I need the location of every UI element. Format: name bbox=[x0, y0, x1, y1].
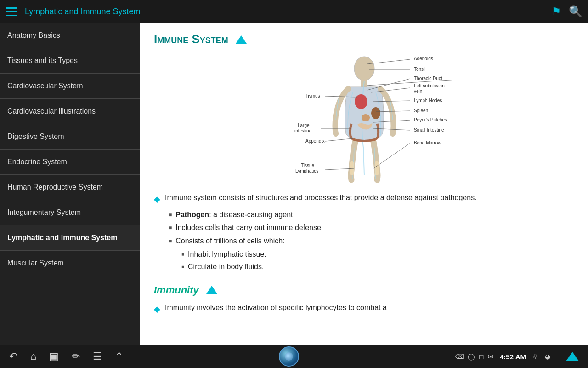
svg-line-10 bbox=[368, 59, 410, 64]
sub-sub-text-2: Circulate in body fluids. bbox=[188, 261, 264, 273]
sub-sub-sq-1: ■ bbox=[181, 251, 184, 258]
collapse-arrow-immune[interactable] bbox=[236, 35, 247, 44]
main-layout: Anatomy BasicsTissues and its TypesCardi… bbox=[0, 23, 588, 345]
sub-sub-text-1: Inhabit lymphatic tissue. bbox=[188, 248, 266, 260]
scroll-top-arrow[interactable] bbox=[566, 352, 579, 361]
sub-bullet-2-text: Includes cells that carry out immune def… bbox=[175, 222, 323, 234]
bottom-right-status: ⌫ ◯ ◻ ✉ 4:52 AM ♧ ◕ bbox=[455, 352, 579, 361]
overview-icon[interactable]: ▣ bbox=[49, 351, 59, 362]
page-title: Lymphatic and Immune System bbox=[25, 7, 551, 17]
menu-icon[interactable]: ☰ bbox=[93, 351, 102, 362]
svg-text:Left subclavian: Left subclavian bbox=[414, 83, 445, 88]
grid-icon[interactable]: ✏ bbox=[72, 351, 80, 362]
sidebar-item-6[interactable]: Human Reproductive System bbox=[0, 175, 140, 200]
sub-bullet-3-text: Consists of trillions of cells which: bbox=[175, 235, 284, 247]
sidebar: Anatomy BasicsTissues and its TypesCardi… bbox=[0, 23, 140, 345]
bottom-bar: ↶ ⌂ ▣ ✏ ☰ ⌃ ⌫ ◯ ◻ ✉ 4:52 AM ♧ ◕ bbox=[0, 345, 588, 368]
svg-text:Large: Large bbox=[298, 123, 310, 128]
bookmark-icon[interactable]: ⚑ bbox=[551, 5, 561, 18]
svg-text:Thoracic Duct: Thoracic Duct bbox=[414, 76, 442, 81]
svg-line-34 bbox=[373, 143, 410, 168]
time-display: 4:52 AM bbox=[500, 353, 526, 361]
svg-text:Bone Marrow: Bone Marrow bbox=[414, 140, 441, 145]
status-icons: ⌫ ◯ ◻ ✉ bbox=[455, 353, 493, 360]
sidebar-item-1[interactable]: Tissues and its Types bbox=[0, 48, 140, 74]
svg-text:Appendix: Appendix bbox=[305, 138, 325, 144]
bullet-diamond-immunity: ◆ bbox=[154, 303, 160, 316]
signal-icon: ◻ bbox=[479, 353, 484, 360]
sub-sub-sq-2: ■ bbox=[181, 263, 184, 270]
bullet-main-1: ◆ Immune system consists of structures a… bbox=[154, 192, 574, 206]
top-icons: ⚑ 🔍 bbox=[551, 5, 582, 18]
up-chevron-icon[interactable]: ⌃ bbox=[115, 351, 123, 362]
sub-bullet-sq-1: ■ bbox=[169, 211, 172, 219]
sidebar-item-8[interactable]: Lymphatic and Immune System bbox=[0, 225, 140, 251]
sub-bullet-pathogen-text: Pathogen: a disease-causing agent bbox=[175, 209, 293, 221]
svg-text:Lymph Nodes: Lymph Nodes bbox=[414, 98, 442, 103]
svg-text:Tissue: Tissue bbox=[301, 163, 315, 168]
svg-text:Spleen: Spleen bbox=[414, 108, 428, 113]
svg-point-3 bbox=[371, 107, 380, 119]
app-logo[interactable] bbox=[279, 346, 299, 367]
svg-text:vein: vein bbox=[414, 89, 422, 94]
home-icon[interactable]: ⌂ bbox=[30, 351, 36, 362]
search-icon[interactable]: 🔍 bbox=[569, 5, 582, 18]
sidebar-item-4[interactable]: Digestive System bbox=[0, 124, 140, 150]
sidebar-item-3[interactable]: Cardiovascular Illustrations bbox=[0, 99, 140, 124]
sub-bullet-sq-3: ■ bbox=[169, 237, 172, 246]
svg-point-2 bbox=[355, 94, 368, 109]
sub-bullet-sq-2: ■ bbox=[169, 224, 172, 232]
svg-text:intestine: intestine bbox=[294, 128, 312, 133]
sidebar-item-7[interactable]: Integumentary System bbox=[0, 200, 140, 225]
bottom-center-logo bbox=[123, 346, 455, 367]
svg-text:Tonsil: Tonsil bbox=[414, 67, 426, 72]
svg-point-4 bbox=[362, 114, 370, 121]
bottom-left-controls: ↶ ⌂ ▣ ✏ ☰ ⌃ bbox=[9, 351, 123, 362]
wifi-icon: ♧ bbox=[532, 353, 538, 360]
content-area: ◆ Immune system consists of structures a… bbox=[154, 192, 574, 316]
bullet-text-1: Immune system consists of structures and… bbox=[165, 192, 477, 204]
immunity-section-heading: Immunity bbox=[154, 282, 574, 298]
back-icon[interactable]: ↶ bbox=[9, 351, 17, 362]
collapse-arrow-immunity[interactable] bbox=[206, 286, 217, 294]
svg-text:Peyer's Patches: Peyer's Patches bbox=[414, 117, 447, 122]
svg-text:Adenoids: Adenoids bbox=[414, 56, 433, 61]
sub-bullet-pathogen: ■ Pathogen: a disease-causing agent bbox=[169, 209, 574, 221]
svg-text:Small Intestine: Small Intestine bbox=[414, 127, 444, 132]
svg-point-0 bbox=[354, 57, 374, 80]
bullet-immunity-text: Immunity involves the activation of spec… bbox=[165, 302, 387, 314]
sidebar-item-9[interactable]: Muscular System bbox=[0, 251, 140, 276]
sidebar-item-2[interactable]: Cardiovascular System bbox=[0, 74, 140, 99]
sub-bullet-3: ■ Consists of trillions of cells which: bbox=[169, 235, 574, 247]
sub-bullet-2: ■ Includes cells that carry out immune d… bbox=[169, 222, 574, 234]
top-bar: Lymphatic and Immune System ⚑ 🔍 bbox=[0, 0, 588, 23]
usb-icon: ⌫ bbox=[455, 353, 464, 360]
sub-sub-bullets: ■ Inhabit lymphatic tissue. ■ Circulate … bbox=[181, 248, 574, 273]
sub-sub-bullet-1: ■ Inhabit lymphatic tissue. bbox=[181, 248, 574, 260]
sidebar-item-0[interactable]: Anatomy Basics bbox=[0, 23, 140, 48]
sub-bullets-1: ■ Pathogen: a disease-causing agent ■ In… bbox=[169, 209, 574, 273]
battery-icon: ◯ bbox=[468, 353, 475, 360]
bullet-immunity-1: ◆ Immunity involves the activation of sp… bbox=[154, 302, 574, 316]
main-content: Immune System bbox=[140, 23, 588, 345]
svg-rect-6 bbox=[375, 161, 379, 175]
immune-system-diagram: Right Lymphatic Duct Adenoids Tonsil Tho… bbox=[277, 51, 452, 184]
svg-text:Lymphatics: Lymphatics bbox=[295, 168, 318, 173]
bullet-diamond-1: ◆ bbox=[154, 193, 160, 206]
hamburger-menu[interactable] bbox=[6, 7, 17, 16]
immune-system-title: Immune System bbox=[154, 32, 228, 46]
sub-sub-bullet-2: ■ Circulate in body fluids. bbox=[181, 261, 574, 273]
sidebar-item-5[interactable]: Endocrine System bbox=[0, 150, 140, 175]
mail-icon: ✉ bbox=[488, 353, 493, 360]
immune-system-section-heading: Immune System bbox=[154, 32, 574, 46]
svg-text:Thymus: Thymus bbox=[304, 93, 320, 98]
svg-line-30 bbox=[325, 138, 353, 141]
immune-system-diagram-area: Right Lymphatic Duct Adenoids Tonsil Tho… bbox=[154, 51, 574, 184]
bluetooth-icon: ◕ bbox=[545, 353, 550, 360]
immunity-title: Immunity bbox=[154, 282, 199, 298]
